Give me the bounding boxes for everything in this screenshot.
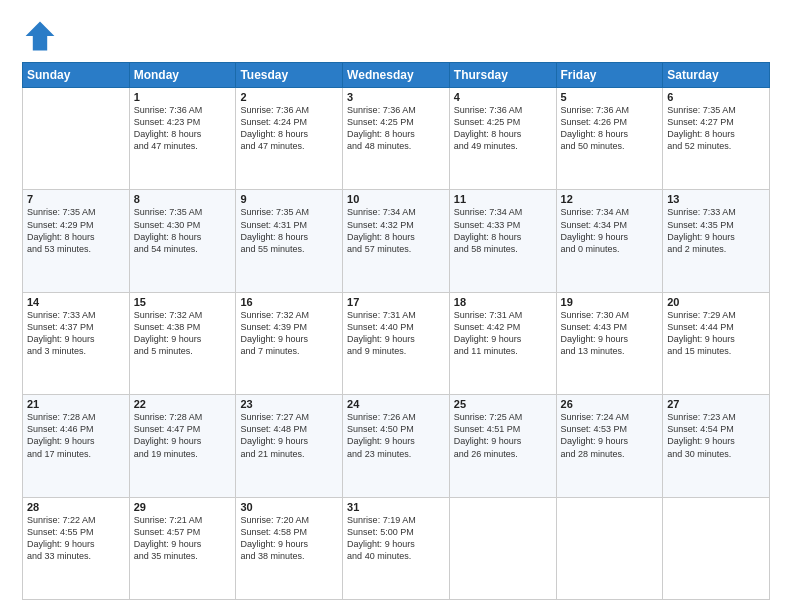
- day-info: Sunrise: 7:27 AMSunset: 4:48 PMDaylight:…: [240, 411, 338, 460]
- day-number: 29: [134, 501, 232, 513]
- day-number: 5: [561, 91, 659, 103]
- calendar-day-cell: 22Sunrise: 7:28 AMSunset: 4:47 PMDayligh…: [129, 395, 236, 497]
- calendar-week-row: 7Sunrise: 7:35 AMSunset: 4:29 PMDaylight…: [23, 190, 770, 292]
- day-info: Sunrise: 7:36 AMSunset: 4:25 PMDaylight:…: [454, 104, 552, 153]
- calendar-day-cell: 25Sunrise: 7:25 AMSunset: 4:51 PMDayligh…: [449, 395, 556, 497]
- day-number: 10: [347, 193, 445, 205]
- day-number: 31: [347, 501, 445, 513]
- calendar-day-header: Sunday: [23, 63, 130, 88]
- calendar-day-cell: [449, 497, 556, 599]
- calendar-day-cell: 9Sunrise: 7:35 AMSunset: 4:31 PMDaylight…: [236, 190, 343, 292]
- calendar-day-cell: 19Sunrise: 7:30 AMSunset: 4:43 PMDayligh…: [556, 292, 663, 394]
- day-info: Sunrise: 7:24 AMSunset: 4:53 PMDaylight:…: [561, 411, 659, 460]
- calendar-day-cell: 24Sunrise: 7:26 AMSunset: 4:50 PMDayligh…: [343, 395, 450, 497]
- calendar-day-header: Friday: [556, 63, 663, 88]
- day-info: Sunrise: 7:36 AMSunset: 4:25 PMDaylight:…: [347, 104, 445, 153]
- day-number: 27: [667, 398, 765, 410]
- day-number: 30: [240, 501, 338, 513]
- calendar-day-cell: 14Sunrise: 7:33 AMSunset: 4:37 PMDayligh…: [23, 292, 130, 394]
- calendar-day-cell: 2Sunrise: 7:36 AMSunset: 4:24 PMDaylight…: [236, 88, 343, 190]
- day-number: 17: [347, 296, 445, 308]
- day-number: 18: [454, 296, 552, 308]
- day-info: Sunrise: 7:22 AMSunset: 4:55 PMDaylight:…: [27, 514, 125, 563]
- day-number: 23: [240, 398, 338, 410]
- day-info: Sunrise: 7:33 AMSunset: 4:35 PMDaylight:…: [667, 206, 765, 255]
- day-info: Sunrise: 7:36 AMSunset: 4:26 PMDaylight:…: [561, 104, 659, 153]
- calendar-day-header: Saturday: [663, 63, 770, 88]
- day-number: 12: [561, 193, 659, 205]
- day-info: Sunrise: 7:34 AMSunset: 4:34 PMDaylight:…: [561, 206, 659, 255]
- calendar-day-cell: 11Sunrise: 7:34 AMSunset: 4:33 PMDayligh…: [449, 190, 556, 292]
- calendar-week-row: 1Sunrise: 7:36 AMSunset: 4:23 PMDaylight…: [23, 88, 770, 190]
- day-number: 3: [347, 91, 445, 103]
- day-info: Sunrise: 7:30 AMSunset: 4:43 PMDaylight:…: [561, 309, 659, 358]
- calendar-day-header: Wednesday: [343, 63, 450, 88]
- calendar-week-row: 28Sunrise: 7:22 AMSunset: 4:55 PMDayligh…: [23, 497, 770, 599]
- day-info: Sunrise: 7:33 AMSunset: 4:37 PMDaylight:…: [27, 309, 125, 358]
- calendar-day-cell: 30Sunrise: 7:20 AMSunset: 4:58 PMDayligh…: [236, 497, 343, 599]
- day-number: 1: [134, 91, 232, 103]
- day-number: 19: [561, 296, 659, 308]
- calendar-day-cell: 20Sunrise: 7:29 AMSunset: 4:44 PMDayligh…: [663, 292, 770, 394]
- day-number: 20: [667, 296, 765, 308]
- day-number: 11: [454, 193, 552, 205]
- calendar-day-header: Monday: [129, 63, 236, 88]
- calendar-day-cell: [556, 497, 663, 599]
- day-info: Sunrise: 7:34 AMSunset: 4:32 PMDaylight:…: [347, 206, 445, 255]
- day-number: 13: [667, 193, 765, 205]
- day-info: Sunrise: 7:31 AMSunset: 4:40 PMDaylight:…: [347, 309, 445, 358]
- day-number: 15: [134, 296, 232, 308]
- calendar-day-cell: [663, 497, 770, 599]
- calendar-day-cell: 21Sunrise: 7:28 AMSunset: 4:46 PMDayligh…: [23, 395, 130, 497]
- day-info: Sunrise: 7:21 AMSunset: 4:57 PMDaylight:…: [134, 514, 232, 563]
- day-number: 6: [667, 91, 765, 103]
- calendar: SundayMondayTuesdayWednesdayThursdayFrid…: [22, 62, 770, 600]
- calendar-day-cell: 7Sunrise: 7:35 AMSunset: 4:29 PMDaylight…: [23, 190, 130, 292]
- page: SundayMondayTuesdayWednesdayThursdayFrid…: [0, 0, 792, 612]
- day-number: 14: [27, 296, 125, 308]
- calendar-day-cell: 4Sunrise: 7:36 AMSunset: 4:25 PMDaylight…: [449, 88, 556, 190]
- calendar-day-header: Tuesday: [236, 63, 343, 88]
- calendar-day-cell: 8Sunrise: 7:35 AMSunset: 4:30 PMDaylight…: [129, 190, 236, 292]
- calendar-day-cell: 27Sunrise: 7:23 AMSunset: 4:54 PMDayligh…: [663, 395, 770, 497]
- calendar-header-row: SundayMondayTuesdayWednesdayThursdayFrid…: [23, 63, 770, 88]
- calendar-day-cell: 15Sunrise: 7:32 AMSunset: 4:38 PMDayligh…: [129, 292, 236, 394]
- calendar-day-cell: 12Sunrise: 7:34 AMSunset: 4:34 PMDayligh…: [556, 190, 663, 292]
- day-info: Sunrise: 7:32 AMSunset: 4:38 PMDaylight:…: [134, 309, 232, 358]
- day-info: Sunrise: 7:35 AMSunset: 4:27 PMDaylight:…: [667, 104, 765, 153]
- day-number: 21: [27, 398, 125, 410]
- day-number: 26: [561, 398, 659, 410]
- day-info: Sunrise: 7:34 AMSunset: 4:33 PMDaylight:…: [454, 206, 552, 255]
- day-info: Sunrise: 7:19 AMSunset: 5:00 PMDaylight:…: [347, 514, 445, 563]
- day-info: Sunrise: 7:35 AMSunset: 4:29 PMDaylight:…: [27, 206, 125, 255]
- day-info: Sunrise: 7:28 AMSunset: 4:47 PMDaylight:…: [134, 411, 232, 460]
- day-info: Sunrise: 7:35 AMSunset: 4:31 PMDaylight:…: [240, 206, 338, 255]
- header: [22, 18, 770, 54]
- day-number: 28: [27, 501, 125, 513]
- day-info: Sunrise: 7:26 AMSunset: 4:50 PMDaylight:…: [347, 411, 445, 460]
- calendar-day-cell: [23, 88, 130, 190]
- day-number: 24: [347, 398, 445, 410]
- calendar-day-cell: 26Sunrise: 7:24 AMSunset: 4:53 PMDayligh…: [556, 395, 663, 497]
- day-number: 2: [240, 91, 338, 103]
- calendar-day-cell: 31Sunrise: 7:19 AMSunset: 5:00 PMDayligh…: [343, 497, 450, 599]
- calendar-day-cell: 28Sunrise: 7:22 AMSunset: 4:55 PMDayligh…: [23, 497, 130, 599]
- calendar-day-cell: 29Sunrise: 7:21 AMSunset: 4:57 PMDayligh…: [129, 497, 236, 599]
- calendar-week-row: 21Sunrise: 7:28 AMSunset: 4:46 PMDayligh…: [23, 395, 770, 497]
- calendar-day-cell: 18Sunrise: 7:31 AMSunset: 4:42 PMDayligh…: [449, 292, 556, 394]
- calendar-week-row: 14Sunrise: 7:33 AMSunset: 4:37 PMDayligh…: [23, 292, 770, 394]
- day-info: Sunrise: 7:32 AMSunset: 4:39 PMDaylight:…: [240, 309, 338, 358]
- calendar-day-cell: 17Sunrise: 7:31 AMSunset: 4:40 PMDayligh…: [343, 292, 450, 394]
- day-info: Sunrise: 7:25 AMSunset: 4:51 PMDaylight:…: [454, 411, 552, 460]
- calendar-day-cell: 3Sunrise: 7:36 AMSunset: 4:25 PMDaylight…: [343, 88, 450, 190]
- day-number: 25: [454, 398, 552, 410]
- day-info: Sunrise: 7:31 AMSunset: 4:42 PMDaylight:…: [454, 309, 552, 358]
- day-info: Sunrise: 7:36 AMSunset: 4:24 PMDaylight:…: [240, 104, 338, 153]
- day-info: Sunrise: 7:23 AMSunset: 4:54 PMDaylight:…: [667, 411, 765, 460]
- logo-icon: [22, 18, 58, 54]
- calendar-day-cell: 16Sunrise: 7:32 AMSunset: 4:39 PMDayligh…: [236, 292, 343, 394]
- day-number: 9: [240, 193, 338, 205]
- calendar-day-header: Thursday: [449, 63, 556, 88]
- calendar-day-cell: 23Sunrise: 7:27 AMSunset: 4:48 PMDayligh…: [236, 395, 343, 497]
- logo: [22, 18, 62, 54]
